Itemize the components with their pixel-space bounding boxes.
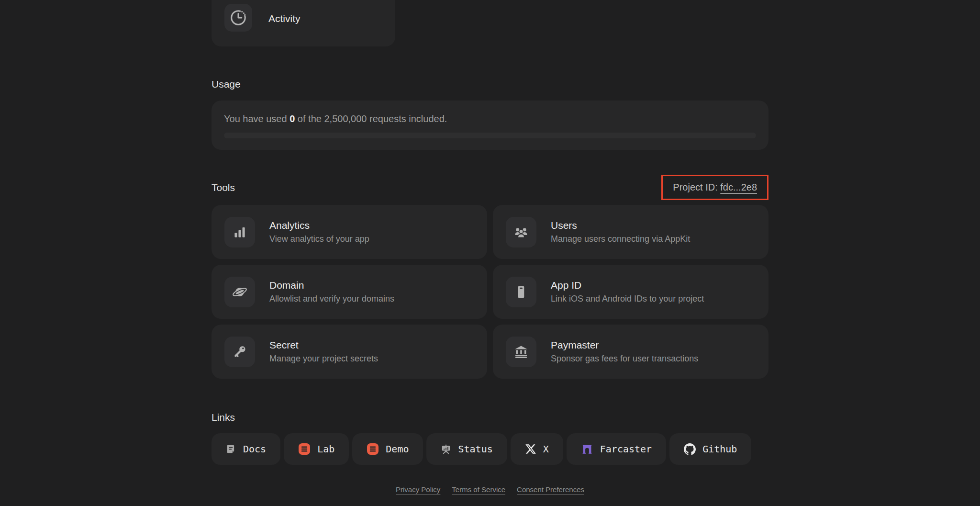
docs-link-button[interactable]: Docs [212, 433, 280, 465]
tool-card-analytics[interactable]: Analytics View analytics of your app [212, 205, 487, 259]
tool-card-text: Secret Manage your project secrets [269, 339, 378, 364]
tool-card-text: Analytics View analytics of your app [269, 219, 369, 245]
tool-title: Analytics [269, 219, 369, 232]
tool-card-users[interactable]: Users Manage users connecting via AppKit [493, 205, 768, 259]
usage-text-prefix: You have used [224, 113, 290, 124]
links-row: Docs Lab Demo [212, 433, 768, 465]
lab-link-button[interactable]: Lab [284, 433, 349, 465]
tool-description: View analytics of your app [269, 233, 369, 245]
link-button-label: Demo [386, 443, 409, 455]
consent-preferences-link[interactable]: Consent Preferences [517, 485, 584, 494]
domain-icon-tile [224, 277, 255, 307]
project-id-label: Project ID: [673, 182, 720, 193]
github-icon [684, 443, 696, 455]
users-icon-tile [506, 217, 536, 247]
app-id-icon-tile [506, 277, 536, 307]
lab-icon [298, 443, 311, 455]
key-icon [231, 343, 248, 360]
tool-title: Domain [269, 279, 394, 292]
tool-description: Allowlist and verify your domains [269, 293, 394, 304]
bank-icon [512, 343, 530, 360]
farcaster-icon [581, 443, 593, 455]
tool-description: Manage users connecting via AppKit [551, 233, 690, 245]
tool-card-domain[interactable]: Domain Allowlist and verify your domains [212, 265, 487, 319]
project-id-value[interactable]: fdc...2e8 [720, 182, 757, 193]
activity-card[interactable]: Activity [212, 0, 395, 46]
link-button-label: Farcaster [600, 443, 652, 455]
tool-card-text: App ID Link iOS and Android IDs to your … [551, 279, 704, 304]
usage-used-count: 0 [290, 113, 295, 124]
tools-section-heading: Tools [212, 181, 235, 194]
links-section-heading: Links [212, 411, 768, 424]
link-button-label: Docs [243, 443, 266, 455]
project-id-highlight[interactable]: Project ID: fdc...2e8 [661, 175, 768, 200]
tool-title: Secret [269, 339, 378, 351]
analytics-icon-tile [224, 217, 255, 247]
tools-header: Tools Project ID: fdc...2e8 [212, 175, 768, 200]
docs-icon [226, 444, 236, 454]
status-link-button[interactable]: Status [426, 433, 507, 465]
link-button-label: X [543, 443, 549, 455]
x-logo-icon [525, 443, 536, 455]
link-button-label: Github [702, 443, 737, 455]
paymaster-icon-tile [506, 337, 536, 367]
planet-icon [231, 283, 248, 301]
tool-description: Sponsor gas fees for user transactions [551, 353, 698, 364]
tool-card-app-id[interactable]: App ID Link iOS and Android IDs to your … [493, 265, 768, 319]
tool-card-paymaster[interactable]: Paymaster Sponsor gas fees for user tran… [493, 325, 768, 379]
terms-of-service-link[interactable]: Terms of Service [452, 485, 505, 494]
tool-card-secret[interactable]: Secret Manage your project secrets [212, 325, 487, 379]
usage-text-suffix: of the 2,500,000 requests included. [295, 113, 447, 124]
link-button-label: Status [458, 443, 492, 455]
usage-text: You have used 0 of the 2,500,000 request… [224, 113, 756, 124]
farcaster-link-button[interactable]: Farcaster [567, 433, 666, 465]
usage-card: You have used 0 of the 2,500,000 request… [212, 101, 768, 150]
bar-chart-icon [232, 224, 248, 240]
tool-description: Manage your project secrets [269, 353, 378, 364]
usage-section-heading: Usage [212, 78, 768, 90]
activity-icon-tile [224, 4, 252, 32]
tool-title: App ID [551, 279, 704, 292]
secret-icon-tile [224, 337, 255, 367]
tools-grid: Analytics View analytics of your app Use… [212, 205, 768, 379]
status-icon [441, 444, 451, 454]
dashboard-content: Activity Usage You have used 0 of the 2,… [212, 0, 768, 494]
tool-title: Paymaster [551, 339, 698, 351]
tool-card-text: Domain Allowlist and verify your domains [269, 279, 394, 304]
github-link-button[interactable]: Github [669, 433, 751, 465]
tool-title: Users [551, 219, 690, 232]
tool-card-text: Users Manage users connecting via AppKit [551, 219, 690, 245]
demo-link-button[interactable]: Demo [352, 433, 423, 465]
users-icon [512, 224, 530, 241]
tool-description: Link iOS and Android IDs to your project [551, 293, 704, 304]
footer-links: Privacy Policy Terms of Service Consent … [212, 485, 768, 494]
activity-card-label: Activity [268, 12, 301, 25]
tool-card-text: Paymaster Sponsor gas fees for user tran… [551, 339, 698, 364]
smartphone-icon [512, 283, 530, 301]
usage-progress-bar [224, 133, 756, 138]
link-button-label: Lab [317, 443, 334, 455]
demo-icon [367, 443, 379, 455]
clock-history-icon [229, 9, 247, 27]
x-link-button[interactable]: X [511, 433, 563, 465]
privacy-policy-link[interactable]: Privacy Policy [396, 485, 440, 494]
